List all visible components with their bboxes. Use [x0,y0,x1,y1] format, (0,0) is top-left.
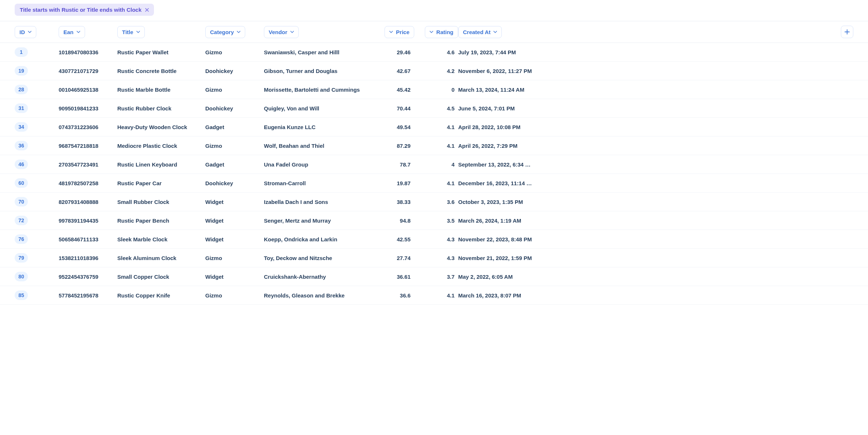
cell-created: April 28, 2022, 10:08 PM [458,124,546,130]
table-row: 791538211018396Sleek Aluminum ClockGizmo… [0,249,868,267]
cell-ean: 4307721071729 [59,68,117,74]
id-link[interactable]: 46 [15,160,28,169]
table-row: 604819782507258Rustic Paper CarDoohickey… [0,174,868,193]
column-header-label: ID [19,29,25,35]
table-row: 462703547723491Rustic Linen KeyboardGadg… [0,155,868,174]
cell-title: Heavy-Duty Wooden Clock [117,124,205,130]
cell-created: September 13, 2022, 6:34 … [458,161,546,168]
cell-title: Rustic Rubber Clock [117,105,205,112]
table-row: 708207931408888Small Rubber ClockWidgetI… [0,193,868,211]
cell-vendor: Swaniawski, Casper and Hilll [264,49,370,55]
column-header-label: Vendor [269,29,287,35]
column-header-created[interactable]: Created At [458,26,502,38]
chevron-down-icon [237,30,240,34]
id-link[interactable]: 70 [15,197,28,206]
cell-title: Rustic Copper Knife [117,292,205,299]
cell-rating: 3.6 [414,199,458,205]
cell-title: Rustic Linen Keyboard [117,161,205,168]
cell-title: Rustic Paper Bench [117,218,205,224]
cell-price: 78.7 [370,161,414,168]
cell-category: Gizmo [205,292,264,299]
cell-rating: 4.3 [414,255,458,261]
cell-category: Gizmo [205,87,264,93]
cell-rating: 4 [414,161,458,168]
id-link[interactable]: 19 [15,66,28,76]
cell-title: Sleek Aluminum Clock [117,255,205,261]
table-row: 319095019841233Rustic Rubber ClockDoohic… [0,99,868,118]
cell-rating: 3.7 [414,274,458,280]
cell-ean: 0743731223606 [59,124,117,130]
id-link[interactable]: 80 [15,272,28,281]
id-link[interactable]: 34 [15,122,28,132]
cell-price: 42.55 [370,236,414,242]
cell-price: 45.42 [370,87,414,93]
id-link[interactable]: 28 [15,85,28,94]
cell-category: Widget [205,218,264,224]
id-link[interactable]: 36 [15,141,28,150]
id-link[interactable]: 31 [15,103,28,113]
cell-rating: 4.1 [414,143,458,149]
cell-created: July 19, 2023, 7:44 PM [458,49,546,55]
id-link[interactable]: 79 [15,253,28,263]
column-header-vendor[interactable]: Vendor [264,26,299,38]
column-header-ean[interactable]: Ean [59,26,85,38]
cell-vendor: Toy, Deckow and Nitzsche [264,255,370,261]
cell-vendor: Izabella Dach I and Sons [264,199,370,205]
id-link[interactable]: 85 [15,290,28,300]
column-header-price[interactable]: Price [385,26,414,38]
column-header-id[interactable]: ID [15,26,36,38]
cell-price: 42.67 [370,68,414,74]
cell-vendor: Morissette, Bartoletti and Cummings [264,87,370,93]
cell-vendor: Eugenia Kunze LLC [264,124,370,130]
cell-created: November 6, 2022, 11:27 PM [458,68,546,74]
cell-title: Small Copper Clock [117,274,205,280]
column-header-label: Ean [63,29,74,35]
close-icon[interactable] [145,7,149,12]
cell-category: Doohickey [205,68,264,74]
cell-rating: 4.3 [414,236,458,242]
cell-rating: 0 [414,87,458,93]
chevron-down-icon [290,30,294,34]
table-row: 340743731223606Heavy-Duty Wooden ClockGa… [0,118,868,136]
cell-created: November 22, 2023, 8:48 PM [458,236,546,242]
column-header-label: Created At [463,29,490,35]
table-row: 765065846711133Sleek Marble ClockWidgetK… [0,230,868,249]
cell-price: 29.46 [370,49,414,55]
cell-price: 27.74 [370,255,414,261]
cell-price: 38.33 [370,199,414,205]
cell-created: March 26, 2024, 1:19 AM [458,218,546,224]
cell-vendor: Koepp, Ondricka and Larkin [264,236,370,242]
cell-ean: 1018947080336 [59,49,117,55]
cell-ean: 8207931408888 [59,199,117,205]
cell-ean: 1538211018396 [59,255,117,261]
cell-vendor: Wolf, Beahan and Thiel [264,143,370,149]
column-header-label: Category [210,29,234,35]
chevron-down-icon [430,30,433,34]
filter-bar: Title starts with Rustic or Title ends w… [0,0,868,21]
id-link[interactable]: 60 [15,178,28,188]
cell-title: Rustic Concrete Bottle [117,68,205,74]
cell-created: October 3, 2023, 1:35 PM [458,199,546,205]
id-link[interactable]: 1 [15,47,28,57]
cell-ean: 9095019841233 [59,105,117,112]
table-row: 11018947080336Rustic Paper WalletGizmoSw… [0,43,868,62]
cell-ean: 9522454376759 [59,274,117,280]
column-header-label: Title [122,29,133,35]
cell-rating: 4.6 [414,49,458,55]
table-row: 855778452195678Rustic Copper KnifeGizmoR… [0,286,868,305]
cell-ean: 9687547218818 [59,143,117,149]
add-column-button[interactable] [841,26,853,38]
column-header-title[interactable]: Title [117,26,145,38]
id-link[interactable]: 76 [15,234,28,244]
cell-ean: 5778452195678 [59,292,117,299]
cell-category: Widget [205,236,264,242]
filter-pill[interactable]: Title starts with Rustic or Title ends w… [15,4,154,16]
cell-vendor: Stroman-Carroll [264,180,370,186]
cell-rating: 4.1 [414,292,458,299]
column-header-rating[interactable]: Rating [425,26,458,38]
cell-category: Gadget [205,161,264,168]
column-header-category[interactable]: Category [205,26,245,38]
cell-price: 94.8 [370,218,414,224]
cell-category: Gadget [205,124,264,130]
id-link[interactable]: 72 [15,216,28,225]
